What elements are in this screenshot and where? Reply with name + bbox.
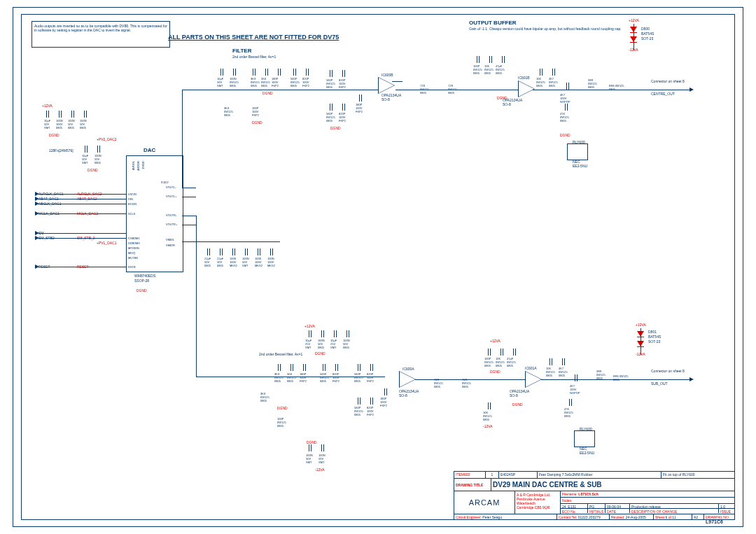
- conn8-u: Connector on sheet 8: [651, 79, 685, 83]
- wire-dio-l: [640, 328, 641, 355]
- opamp-l1: [399, 371, 416, 388]
- capv-l2: 3K30W1250805: [274, 372, 284, 383]
- heading-main: ALL PARTS ON THIS SHEET ARE NOT FITTED F…: [168, 34, 339, 41]
- iss-hdr: ISSUE: [720, 510, 731, 514]
- pv2-lbl: +PV2_DAC2: [97, 137, 117, 141]
- wire-nl7: [38, 267, 126, 267]
- pin-voutl+: VOUTL+: [166, 195, 177, 198]
- wire-nl3: [38, 204, 126, 204]
- sheet-label: Sheet: [655, 515, 664, 519]
- wire-dio-u: [634, 24, 634, 50]
- pin-din: DIN: [128, 197, 133, 201]
- date-hdr: DATE: [607, 510, 616, 514]
- cv-vm4: 100N50VSMT: [242, 257, 249, 267]
- relay-l-ee2: EE2-5NU: [580, 451, 594, 455]
- ce-label: Circuit Engineer:: [456, 515, 482, 519]
- arrow-out-l: [690, 377, 694, 381]
- capv-l1c: 10μF25VSMT: [330, 339, 337, 349]
- opamp-l2-pkg: SO-8: [510, 393, 518, 398]
- cap-group-opl1b: [357, 398, 374, 405]
- pin-voutr+: VOUTR+: [166, 223, 177, 226]
- cv-vm5: 100K100VMKS2: [255, 257, 262, 267]
- capv-opl1d: 560P0W1250805: [354, 406, 363, 416]
- label-filter: FILTER: [232, 48, 251, 54]
- rvals-l2: 100P0W1250805: [277, 417, 286, 428]
- note-box: Audio outputs are inverted so as to be c…: [31, 21, 170, 48]
- capv-u1b: 100N0W1250805: [230, 77, 239, 87]
- w-low-v: [196, 216, 197, 377]
- opamp-l2-ref: IC601A: [525, 366, 537, 370]
- pin-sclk: SCLK: [128, 212, 135, 216]
- cv-dp1: 10μF50VSMT: [44, 119, 50, 129]
- wire-out-l: [609, 379, 690, 380]
- dgnd-chip: DGND: [136, 288, 147, 293]
- cap-couple-u: [566, 83, 570, 90]
- cv-dp3: 100N50V0805: [68, 119, 75, 129]
- cap-opl1c: [384, 388, 388, 395]
- pin-mdq: MD/Q: [128, 251, 135, 255]
- d801: D801: [648, 330, 657, 334]
- cv-vm6: 100N100VMKS2: [267, 257, 275, 267]
- cap-group-filter-l1: [308, 330, 350, 337]
- capv-u1: 10μF50VSMT: [217, 77, 223, 87]
- capv-couple: 4K7100VNOPOP: [560, 93, 570, 104]
- capv-l3b: 820P100VFKP2: [332, 372, 340, 383]
- dgnd-u2: DGND: [262, 91, 273, 95]
- capv-lex: 100N50VSMT: [306, 454, 313, 464]
- cap-group-filter-l3: [322, 364, 339, 371]
- opamp-u2-ref: IC601B: [518, 76, 530, 80]
- v12p-dac: +12VA: [42, 104, 52, 108]
- chip-name: WM8740EDS: [134, 274, 155, 278]
- wire-nl4: [38, 213, 126, 214]
- dgnd-lex: DGND: [307, 440, 317, 444]
- capv-couplel: 4K7100VNOPOP: [570, 384, 580, 395]
- sot-l: SOT-23: [648, 339, 660, 344]
- dgnd-l2: DGND: [277, 406, 288, 410]
- cv-vm3: 100K100VMKS2: [230, 257, 237, 267]
- capv-l1d: 100N50V0805: [343, 339, 350, 349]
- capv-op1b: 820P100VFKP2: [339, 78, 346, 89]
- tb-item: ITEM600: [456, 472, 470, 477]
- pin-sd: SDBDM0: [128, 241, 140, 245]
- bat-l: BAT54S: [648, 335, 661, 339]
- r-ser-u2: 72R0W1250805: [448, 84, 457, 94]
- cap-group-l-extra: [308, 444, 325, 451]
- cap-couple-l: [574, 374, 578, 381]
- capv-opl1e: 820P100VFKP2: [367, 406, 374, 416]
- relay-u-ref: RLY600: [573, 140, 585, 144]
- out-u: CENTRE_OUT: [651, 92, 675, 96]
- bat-u: BAT54S: [641, 31, 654, 36]
- capv-op1c: 180P100VFKP2: [356, 103, 363, 113]
- cap-group-filter-u3: [293, 69, 309, 76]
- arrow-out-u: [690, 87, 694, 92]
- cv-dp6: 100N50V0805: [94, 154, 102, 164]
- capv-postl1: 10K0W1250805: [546, 367, 555, 377]
- v12p-bufl: +12VA: [490, 339, 500, 343]
- rvals-l1: 3K30W1250805: [260, 392, 270, 402]
- capv-buf1: 100P0W1250805: [473, 64, 482, 75]
- wire-out-u: [602, 90, 690, 90]
- rev-label: Revised:: [611, 515, 624, 519]
- w-vo4: [182, 225, 196, 225]
- wire-top1v: [182, 90, 183, 188]
- label-dac: DAC: [144, 147, 155, 153]
- v12p-ld: +12VA: [636, 323, 646, 327]
- wire-nl6: [38, 238, 126, 239]
- chip-ic602: IC602: [161, 181, 169, 184]
- chip-pin-avddl: AVDDL: [132, 161, 135, 170]
- ce: Peter Seago: [482, 515, 502, 519]
- out-l: SUB_OUT: [651, 381, 668, 386]
- desc-hdr: DESCRIPTION OF CHANGE: [631, 510, 677, 514]
- tb-title: DV29 MAIN DAC CENTRE & SUB: [493, 481, 602, 489]
- dgnd-u3: DGND: [252, 120, 262, 125]
- net-pv1: +PV1_DAC1: [97, 241, 117, 245]
- chip-pin-avddr: AVDDR: [136, 161, 140, 171]
- cap-group-filter-u1: [220, 69, 237, 76]
- rev: 24-Aug-2005: [626, 515, 646, 519]
- conn8-l: Connector on sheet 8: [651, 369, 685, 373]
- dgnd-dp2: DGND: [88, 168, 98, 172]
- tb-one: 1: [491, 472, 493, 477]
- pin-mode: MODEIN: [128, 246, 139, 250]
- chip-pkg: SSOP-28: [134, 279, 149, 283]
- cv-dp4: 100N50V0805: [80, 119, 87, 129]
